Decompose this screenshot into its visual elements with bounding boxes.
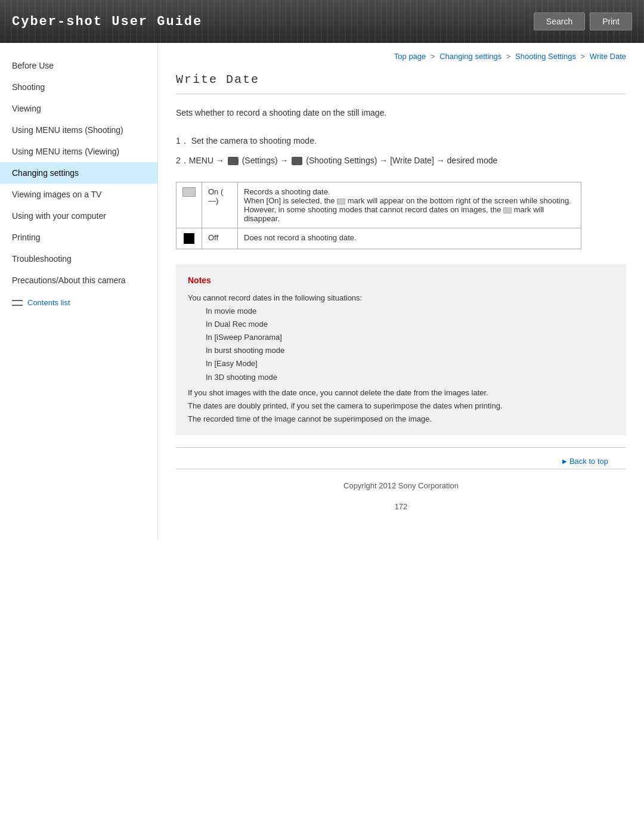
table-cell-label-on: On (—): [202, 182, 238, 228]
breadcrumb: Top page > Changing settings > Shooting …: [176, 52, 626, 61]
breadcrumb-changing-settings[interactable]: Changing settings: [439, 52, 501, 61]
sidebar-item-using-menu-viewing[interactable]: Using MENU items (Viewing): [0, 141, 157, 162]
back-to-top-link[interactable]: Back to top: [562, 457, 608, 466]
instruction-2: 2．MENU → (Settings) → (Shooting Settings…: [176, 154, 626, 167]
sidebar-item-shooting[interactable]: Shooting: [0, 76, 157, 98]
situation-6: In 3D shooting mode: [206, 371, 614, 384]
settings-icon: [228, 157, 239, 165]
sidebar-item-before-use[interactable]: Before Use: [0, 55, 157, 76]
off-icon: [184, 233, 194, 244]
print-button[interactable]: Print: [590, 13, 632, 30]
notes-box: Notes You cannot record dates in the fol…: [176, 264, 626, 435]
mark-icon-disappear: [503, 208, 512, 213]
instruction-1: 1． Set the camera to shooting mode.: [176, 134, 626, 147]
copyright: Copyright 2012 Sony Corporation: [176, 475, 626, 496]
table-cell-label-off: Off: [202, 228, 238, 249]
header-buttons: Search Print: [534, 13, 632, 30]
main-container: Before Use Shooting Viewing Using MENU i…: [0, 43, 644, 541]
settings-table: On (—) Records a shooting date. When [On…: [176, 182, 581, 249]
notes-intro: You cannot record dates in the following…: [188, 292, 614, 384]
app-title: Cyber-shot User Guide: [12, 14, 202, 29]
breadcrumb-top[interactable]: Top page: [394, 52, 426, 61]
instructions: 1． Set the camera to shooting mode. 2．ME…: [176, 134, 626, 167]
sidebar-item-using-computer[interactable]: Using with your computer: [0, 205, 157, 227]
situation-4: In burst shooting mode: [206, 344, 614, 357]
page-title: Write Date: [176, 73, 626, 94]
page-description: Sets whether to record a shooting date o…: [176, 106, 626, 119]
situation-5: In [Easy Mode]: [206, 357, 614, 370]
sidebar: Before Use Shooting Viewing Using MENU i…: [0, 43, 158, 541]
sidebar-item-viewing[interactable]: Viewing: [0, 98, 157, 119]
situation-2: In Dual Rec mode: [206, 318, 614, 331]
sidebar-item-using-menu-shooting[interactable]: Using MENU items (Shooting): [0, 119, 157, 141]
additional-1: If you shot images with the date once, y…: [188, 386, 614, 400]
situation-1: In movie mode: [206, 305, 614, 318]
situation-3: In [iSweep Panorama]: [206, 331, 614, 344]
sidebar-item-troubleshooting[interactable]: Troubleshooting: [0, 248, 157, 270]
mark-icon-on: [337, 199, 345, 205]
table-cell-desc-on: Records a shooting date. When [On] is se…: [238, 182, 581, 228]
table-cell-desc-off: Does not record a shooting date.: [238, 228, 581, 249]
sidebar-item-viewing-tv[interactable]: Viewing images on a TV: [0, 184, 157, 205]
header: Cyber-shot User Guide Search Print: [0, 0, 644, 43]
content-area: Top page > Changing settings > Shooting …: [158, 43, 644, 541]
table-cell-icon-off: [177, 228, 202, 249]
additional-3: The recorded time of the image cannot be…: [188, 413, 614, 426]
breadcrumb-current: Write Date: [590, 52, 626, 61]
contents-list-link[interactable]: Contents list: [0, 291, 157, 314]
table-cell-icon-on: [177, 182, 202, 228]
notes-situations: In movie mode In Dual Rec mode In [iSwee…: [206, 305, 614, 384]
table-row-off: Off Does not record a shooting date.: [177, 228, 581, 249]
search-button[interactable]: Search: [534, 13, 585, 30]
notes-additional: If you shot images with the date once, y…: [188, 386, 614, 426]
table-row-on: On (—) Records a shooting date. When [On…: [177, 182, 581, 228]
breadcrumb-shooting-settings[interactable]: Shooting Settings: [515, 52, 576, 61]
footer-nav: Back to top: [176, 447, 626, 469]
footer-divider: [176, 469, 626, 469]
notes-title: Notes: [188, 274, 614, 288]
additional-2: The dates are doubly printed, if you set…: [188, 400, 614, 413]
sidebar-item-precautions[interactable]: Precautions/About this camera: [0, 270, 157, 291]
sidebar-item-changing-settings[interactable]: Changing settings: [0, 162, 157, 184]
camera-icon: [292, 157, 302, 165]
page-number: 172: [176, 496, 626, 523]
on-icon: [182, 187, 196, 197]
sidebar-item-printing[interactable]: Printing: [0, 227, 157, 248]
